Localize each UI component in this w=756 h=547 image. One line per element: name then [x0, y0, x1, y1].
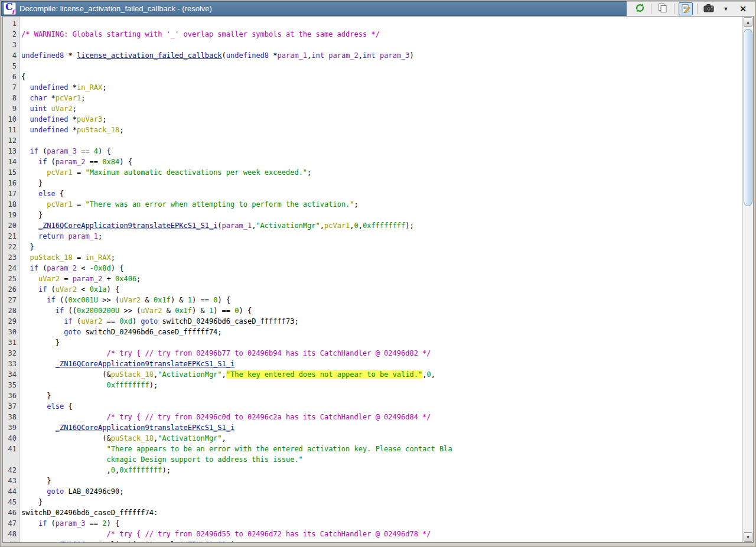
code-text[interactable]: if (uVar2 < 0x1a) {: [19, 284, 119, 295]
code-text[interactable]: _ZN16QCoreApplication9translateEPKcS1_S1…: [19, 359, 234, 369]
code-line[interactable]: 42 ,0,0xffffffff);: [3, 465, 743, 476]
code-line[interactable]: 2/* WARNING: Globals starting with '_' o…: [3, 29, 743, 40]
code-line[interactable]: 38 /* try { // try from 02496c0d to 0249…: [3, 412, 743, 422]
code-line[interactable]: 19 }: [3, 210, 743, 220]
code-line[interactable]: 37 else {: [3, 401, 743, 412]
code-line[interactable]: 25 uVar2 = param_2 + 0x406;: [3, 274, 743, 284]
decompiled-code-view[interactable]: 12/* WARNING: Globals starting with '_' …: [3, 17, 743, 542]
code-line[interactable]: 13 if (param_3 == 4) {: [3, 146, 743, 157]
code-text[interactable]: undefined *puVar3;: [19, 114, 107, 125]
code-line[interactable]: 40 (&puStack_18,"ActivationMgr",: [3, 433, 743, 444]
code-line[interactable]: 43 }: [3, 476, 743, 486]
code-line[interactable]: 20 _ZN16QCoreApplication9translateEPKcS1…: [3, 220, 743, 231]
code-text[interactable]: ckmagic Design support to address this i…: [19, 454, 303, 465]
copy-button[interactable]: [656, 2, 670, 15]
snapshot-button[interactable]: [702, 2, 716, 15]
scroll-down-button[interactable]: ▼: [744, 532, 752, 542]
code-text[interactable]: if ((0x2000200U >> (uVar2 & 0x1f) & 1) =…: [19, 305, 252, 316]
code-text[interactable]: }: [19, 476, 51, 486]
code-text[interactable]: undefined8 * license_activation_failed_c…: [19, 50, 414, 61]
code-line[interactable]: 35 0xffffffff);: [3, 380, 743, 390]
code-text[interactable]: pcVar1 = "Maximum automatic deactivation…: [19, 167, 311, 178]
code-text[interactable]: }: [19, 210, 43, 220]
code-line[interactable]: 16 }: [3, 178, 743, 188]
code-text[interactable]: [19, 135, 21, 146]
window-titlebar[interactable]: Cf Decompile: license_activation_failed_…: [1, 1, 755, 16]
code-line[interactable]: 15 pcVar1 = "Maximum automatic deactivat…: [3, 167, 743, 178]
code-text[interactable]: uint uVar2;: [19, 103, 77, 114]
code-line[interactable]: 24 if (param_2 < -0x8d) {: [3, 263, 743, 274]
code-text[interactable]: puStack_18 = in_RAX;: [19, 252, 115, 263]
code-line[interactable]: 31 }: [3, 337, 743, 348]
code-line[interactable]: 33 _ZN16QCoreApplication9translateEPKcS1…: [3, 359, 743, 369]
code-text[interactable]: /* try { // try from 02496c0d to 02496c2…: [19, 412, 431, 422]
code-text[interactable]: }: [19, 337, 60, 348]
code-text[interactable]: else {: [19, 188, 64, 199]
code-line[interactable]: 49 _ZN16QCoreApplication9translateEPKcS1…: [3, 539, 743, 542]
code-text[interactable]: if (uVar2 == 0xd) goto switchD_02496bd6_…: [19, 316, 299, 327]
code-line[interactable]: 5: [3, 61, 743, 71]
code-line[interactable]: 44 goto LAB_02496c90;: [3, 486, 743, 497]
code-line[interactable]: 23 puStack_18 = in_RAX;: [3, 252, 743, 263]
code-line[interactable]: 3: [3, 40, 743, 50]
code-line[interactable]: 9 uint uVar2;: [3, 103, 743, 114]
code-line[interactable]: 47 if (param_3 == 2) {: [3, 518, 743, 529]
code-line[interactable]: 45 }: [3, 497, 743, 507]
code-line[interactable]: 14 if (param_2 == 0x84) {: [3, 157, 743, 167]
scroll-up-button[interactable]: ▲: [744, 17, 752, 27]
code-line[interactable]: ckmagic Design support to address this i…: [3, 454, 743, 465]
code-line[interactable]: 27 if ((0xc001U >> (uVar2 & 0x1f) & 1) =…: [3, 295, 743, 305]
code-line[interactable]: 46switchD_02496bd6_caseD_ffffff74:: [3, 507, 743, 518]
code-line[interactable]: 1: [3, 18, 743, 29]
code-text[interactable]: [19, 61, 21, 71]
code-text[interactable]: }: [19, 242, 34, 252]
code-text[interactable]: char *pcVar1;: [19, 93, 85, 103]
code-text[interactable]: goto LAB_02496c90;: [19, 486, 123, 497]
code-text[interactable]: }: [19, 497, 43, 507]
code-text[interactable]: {: [19, 71, 25, 82]
edit-signature-button[interactable]: [679, 2, 693, 15]
code-text[interactable]: if (param_3 == 4) {: [19, 146, 111, 157]
code-text[interactable]: _ZN16QCoreApplication9translateEPKcS1_S1…: [19, 220, 414, 231]
code-text[interactable]: else {: [19, 401, 73, 412]
code-line[interactable]: 29 if (uVar2 == 0xd) goto switchD_02496b…: [3, 316, 743, 327]
code-line[interactable]: 18 pcVar1 = "There was an error when att…: [3, 199, 743, 210]
code-text[interactable]: }: [19, 390, 51, 401]
code-line[interactable]: 22 }: [3, 242, 743, 252]
code-text[interactable]: 0xffffffff);: [19, 380, 158, 390]
code-line[interactable]: 21 return param_1;: [3, 231, 743, 242]
scrollbar-thumb[interactable]: [744, 29, 752, 206]
code-text[interactable]: (&puStack_18,"ActivationMgr","The key en…: [19, 369, 435, 380]
code-text[interactable]: if (param_2 == 0x84) {: [19, 157, 132, 167]
code-line[interactable]: 7 undefined *in_RAX;: [3, 82, 743, 93]
code-line[interactable]: 4undefined8 * license_activation_failed_…: [3, 50, 743, 61]
close-button[interactable]: ✕: [736, 2, 750, 15]
code-text[interactable]: }: [19, 178, 43, 188]
code-line[interactable]: 28 if ((0x2000200U >> (uVar2 & 0x1f) & 1…: [3, 305, 743, 316]
code-text[interactable]: uVar2 = param_2 + 0x406;: [19, 274, 141, 284]
code-line[interactable]: 6{: [3, 71, 743, 82]
code-text[interactable]: _ZN16QCoreApplication9translateEPKcS1_S1…: [19, 539, 234, 542]
code-line[interactable]: 36 }: [3, 390, 743, 401]
code-text[interactable]: undefined *in_RAX;: [19, 82, 107, 93]
code-line[interactable]: 26 if (uVar2 < 0x1a) {: [3, 284, 743, 295]
code-text[interactable]: (&puStack_18,"ActivationMgr",: [19, 433, 226, 444]
code-text[interactable]: ,0,0xffffffff);: [19, 465, 171, 476]
refresh-button[interactable]: [633, 2, 647, 15]
code-text[interactable]: /* try { // try from 02496d55 to 02496d7…: [19, 529, 431, 539]
code-text[interactable]: "There appears to be an error with the e…: [19, 444, 452, 454]
code-text[interactable]: switchD_02496bd6_caseD_ffffff74:: [19, 507, 158, 518]
code-text[interactable]: pcVar1 = "There was an error when attemp…: [19, 199, 359, 210]
code-text[interactable]: undefined *puStack_18;: [19, 125, 123, 135]
code-text[interactable]: _ZN16QCoreApplication9translateEPKcS1_S1…: [19, 422, 234, 433]
code-text[interactable]: [19, 18, 21, 29]
code-line[interactable]: 34 (&puStack_18,"ActivationMgr","The key…: [3, 369, 743, 380]
code-line[interactable]: 12: [3, 135, 743, 146]
code-line[interactable]: 30 goto switchD_02496bd6_caseD_ffffff74;: [3, 327, 743, 337]
code-line[interactable]: 48 /* try { // try from 02496d55 to 0249…: [3, 529, 743, 539]
code-text[interactable]: if (param_3 == 2) {: [19, 518, 119, 529]
code-text[interactable]: if (param_2 < -0x8d) {: [19, 263, 123, 274]
code-text[interactable]: /* try { // try from 02496b77 to 02496b9…: [19, 348, 431, 359]
code-line[interactable]: 10 undefined *puVar3;: [3, 114, 743, 125]
code-line[interactable]: 39 _ZN16QCoreApplication9translateEPKcS1…: [3, 422, 743, 433]
